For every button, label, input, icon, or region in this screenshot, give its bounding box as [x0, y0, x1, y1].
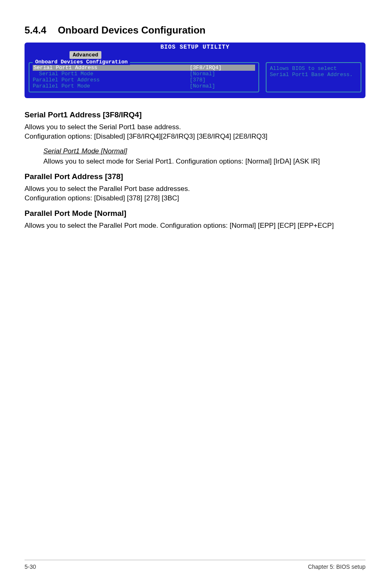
section-heading: 5.4.4 Onboard Devices Configuration [25, 25, 365, 36]
bios-option-value: [Normal] [190, 71, 255, 77]
subsection-body: Allows you to select the Parallel Port m… [25, 221, 365, 231]
page-number: 5-30 [25, 563, 36, 570]
page-footer: 5-30 Chapter 5: BIOS setup [25, 560, 365, 570]
bios-panel-title: Onboard Devices Configuration [33, 59, 130, 65]
bios-option-row: Parallel Port Address[378] [33, 77, 255, 83]
option-body: Allows you to select mode for Serial Por… [43, 157, 365, 166]
bios-tab-advanced: Advanced [69, 51, 101, 59]
bios-option-row: Parallel Port Mode[Normal] [33, 83, 255, 89]
bios-option-row: Serial Port1 Mode[Normal] [33, 71, 255, 77]
bios-option-label: Serial Port1 Address [33, 65, 190, 71]
subsection-body: Allows you to select the Parallel Port b… [25, 184, 365, 203]
section-number: 5.4.4 [25, 25, 46, 36]
bios-option-value: [378] [190, 77, 255, 83]
subsection-body: Allows you to select the Serial Port1 ba… [25, 123, 365, 141]
option-title: Serial Port1 Mode [Normal] [43, 147, 365, 155]
bios-option-label: Parallel Port Mode [33, 83, 190, 89]
bios-option-label: Serial Port1 Mode [33, 71, 190, 77]
bios-header: BIOS SETUP UTILITY Advanced [25, 43, 365, 60]
chapter-title: Chapter 5: BIOS setup [308, 563, 365, 570]
bios-option-row: Serial Port1 Address[3F8/IRQ4] [33, 65, 255, 71]
bios-app-title: BIOS SETUP UTILITY [25, 44, 365, 50]
bios-screenshot: BIOS SETUP UTILITY Advanced Onboard Devi… [25, 43, 365, 98]
subsection-heading: Serial Port1 Address [3F8/IRQ4] [25, 110, 365, 119]
bios-option-value: [Normal] [190, 83, 255, 89]
option-block: Serial Port1 Mode [Normal]Allows you to … [43, 147, 365, 166]
bios-option-value: [3F8/IRQ4] [190, 65, 255, 71]
bios-option-label: Parallel Port Address [33, 77, 190, 83]
subsection-heading: Parallel Port Mode [Normal] [25, 209, 365, 218]
bios-help-text: Allows BIOS to select Serial Port1 Base … [266, 62, 361, 92]
section-title: Onboard Devices Configuration [58, 25, 205, 36]
bios-options-panel: Onboard Devices Configuration Serial Por… [29, 62, 259, 92]
subsection-heading: Parallel Port Address [378] [25, 172, 365, 181]
